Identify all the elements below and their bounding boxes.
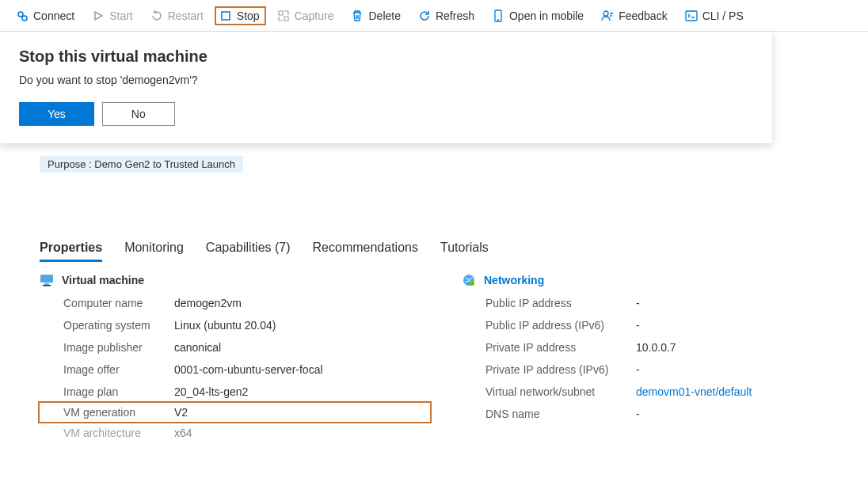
row-image-publisher: Image publisher canonical <box>40 336 430 358</box>
restart-button[interactable]: Restart <box>144 6 210 25</box>
dialog-title: Stop this virtual machine <box>19 47 753 66</box>
generation-value: V2 <box>174 406 188 419</box>
networking-section-header: Networking <box>462 273 852 287</box>
row-public-ip: Public IP address - <box>462 292 852 314</box>
plan-key: Image plan <box>40 385 174 398</box>
stop-icon <box>219 9 232 22</box>
row-vnet-subnet: Virtual network/subnet demovm01-vnet/def… <box>462 381 852 403</box>
private-ip-value: 10.0.0.7 <box>636 341 676 354</box>
tab-monitoring[interactable]: Monitoring <box>124 236 184 262</box>
dialog-buttons: Yes No <box>19 102 753 126</box>
dialog-message: Do you want to stop 'demogen2vm'? <box>19 74 753 86</box>
cli-button[interactable]: CLI / PS <box>679 6 750 25</box>
row-dns-name: DNS name - <box>462 403 852 425</box>
svg-marker-2 <box>95 12 102 20</box>
feedback-button[interactable]: Feedback <box>595 6 673 25</box>
networking-section-title: Networking <box>484 274 544 286</box>
dns-value: - <box>636 408 640 420</box>
architecture-key: VM architecture <box>40 427 174 439</box>
row-image-offer: Image offer 0001-com-ubuntu-server-focal <box>40 358 430 381</box>
connect-icon <box>16 9 29 22</box>
vm-column: Virtual machine Computer name demogen2vm… <box>40 273 430 444</box>
networking-column: Networking Public IP address - Public IP… <box>462 273 852 444</box>
delete-label: Delete <box>368 9 400 22</box>
stop-button[interactable]: Stop <box>215 6 266 25</box>
vnet-key: Virtual network/subnet <box>462 385 636 398</box>
row-vm-architecture: VM architecture x64 <box>40 422 430 444</box>
public-ip-key: Public IP address <box>462 297 636 309</box>
stop-confirm-dialog: Stop this virtual machine Do you want to… <box>0 32 772 143</box>
no-button[interactable]: No <box>102 102 175 126</box>
row-computer-name: Computer name demogen2vm <box>40 292 430 314</box>
svg-rect-7 <box>40 275 53 283</box>
feedback-icon <box>601 9 614 22</box>
capture-button[interactable]: Capture <box>271 6 341 25</box>
offer-value: 0001-com-ubuntu-server-focal <box>174 363 323 376</box>
capture-label: Capture <box>295 9 334 22</box>
purpose-tag[interactable]: Purpose : Demo Gen2 to Trusted Launch <box>40 156 243 173</box>
refresh-button[interactable]: Refresh <box>412 6 481 25</box>
vnet-value[interactable]: demovm01-vnet/default <box>636 385 752 398</box>
row-private-ip: Private IP address 10.0.0.7 <box>462 336 852 358</box>
properties-content: Virtual machine Computer name demogen2vm… <box>40 273 852 444</box>
restart-label: Restart <box>168 9 204 22</box>
row-private-ip6: Private IP address (IPv6) - <box>462 358 852 381</box>
svg-point-11 <box>470 281 474 286</box>
computer-name-key: Computer name <box>40 297 174 309</box>
delete-button[interactable]: Delete <box>345 6 406 25</box>
tabs-bar: Properties Monitoring Capabilities (7) R… <box>40 236 852 262</box>
vm-section-title: Virtual machine <box>62 274 144 286</box>
vm-section-header: Virtual machine <box>40 273 430 287</box>
cli-label: CLI / PS <box>702 9 744 22</box>
svg-rect-6 <box>686 11 697 21</box>
row-image-plan: Image plan 20_04-lts-gen2 <box>40 381 430 403</box>
generation-key: VM generation <box>40 406 174 419</box>
svg-point-5 <box>603 11 608 16</box>
command-bar: Connect Start Restart Stop Capture Delet… <box>0 0 868 32</box>
row-operating-system: Operating system Linux (ubuntu 20.04) <box>40 314 430 336</box>
start-button[interactable]: Start <box>86 6 139 25</box>
connect-button[interactable]: Connect <box>10 6 81 25</box>
capture-icon <box>277 9 290 22</box>
os-key: Operating system <box>40 319 174 332</box>
monitor-icon <box>40 273 54 287</box>
dns-key: DNS name <box>462 408 636 420</box>
mobile-icon <box>492 9 504 22</box>
svg-rect-9 <box>43 285 51 286</box>
private-ip-key: Private IP address <box>462 341 636 354</box>
refresh-icon <box>418 9 431 22</box>
tab-tutorials[interactable]: Tutorials <box>440 236 489 262</box>
svg-rect-8 <box>44 283 49 285</box>
svg-rect-3 <box>222 12 230 20</box>
os-value: Linux (ubuntu 20.04) <box>174 319 276 332</box>
stop-label: Stop <box>237 9 260 22</box>
publisher-value: canonical <box>174 341 221 354</box>
refresh-label: Refresh <box>436 9 474 22</box>
start-label: Start <box>109 9 133 22</box>
trash-icon <box>351 9 364 22</box>
private-ip6-key: Private IP address (IPv6) <box>462 363 636 376</box>
tags-row: Purpose : Demo Gen2 to Trusted Launch <box>40 156 243 173</box>
public-ip-value: - <box>636 297 640 309</box>
restart-icon <box>150 9 163 22</box>
cli-icon <box>685 9 698 22</box>
architecture-value: x64 <box>174 427 192 439</box>
play-icon <box>92 9 105 22</box>
publisher-key: Image publisher <box>40 341 174 354</box>
yes-button[interactable]: Yes <box>19 102 94 126</box>
open-mobile-button[interactable]: Open in mobile <box>485 6 590 25</box>
row-vm-generation: VM generation V2 <box>40 403 430 422</box>
row-public-ip6: Public IP address (IPv6) - <box>462 314 852 336</box>
tab-properties[interactable]: Properties <box>40 236 102 262</box>
connect-label: Connect <box>33 9 74 22</box>
computer-name-value: demogen2vm <box>174 297 242 309</box>
private-ip6-value: - <box>636 363 640 376</box>
tab-capabilities[interactable]: Capabilities (7) <box>206 236 291 262</box>
open-mobile-label: Open in mobile <box>509 9 584 22</box>
public-ip6-value: - <box>636 319 640 332</box>
offer-key: Image offer <box>40 363 174 376</box>
globe-icon <box>462 273 476 287</box>
public-ip6-key: Public IP address (IPv6) <box>462 319 636 332</box>
tab-recommendations[interactable]: Recommendations <box>313 236 418 262</box>
feedback-label: Feedback <box>619 9 667 22</box>
